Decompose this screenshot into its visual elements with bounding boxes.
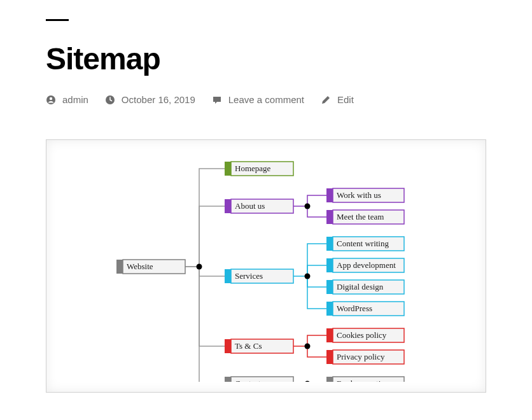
connector-dot — [305, 274, 311, 279]
edit-meta: Edit — [321, 94, 354, 105]
comment-meta: Leave a comment — [212, 94, 304, 105]
svg-text:Website: Website — [127, 262, 153, 271]
diagram-svg: HomepageWork with usMeet the teamAbout u… — [46, 151, 486, 382]
node-work-with-us: Work with us — [326, 188, 404, 202]
svg-text:Work with us: Work with us — [337, 190, 381, 200]
svg-rect-33 — [326, 350, 333, 364]
connector-dot — [197, 264, 202, 270]
connector-line — [307, 195, 326, 206]
svg-text:Contact us: Contact us — [235, 379, 270, 382]
svg-text:Book a meeting: Book a meeting — [337, 379, 389, 382]
svg-rect-24 — [326, 302, 333, 316]
svg-text:WordPress: WordPress — [337, 304, 372, 313]
node-website: Website — [116, 260, 185, 274]
comment-icon — [212, 95, 222, 105]
sitemap-diagram: HomepageWork with usMeet the teamAbout u… — [46, 139, 486, 393]
svg-rect-9 — [326, 210, 333, 224]
connector-line — [307, 265, 326, 276]
comment-link[interactable]: Leave a comment — [228, 94, 304, 105]
connector-dot — [305, 381, 311, 382]
author-meta: admin — [46, 94, 88, 105]
svg-rect-45 — [116, 260, 123, 274]
connector-line — [307, 276, 326, 287]
connector-line — [307, 276, 326, 309]
connector-line — [199, 267, 225, 276]
node-ts-cs: Ts & Cs — [225, 339, 293, 353]
connector-dot — [305, 344, 311, 349]
edit-link[interactable]: Edit — [337, 94, 354, 105]
node-homepage: Homepage — [225, 162, 293, 176]
svg-rect-15 — [326, 237, 333, 251]
node-about-us: About us — [225, 199, 293, 213]
svg-rect-6 — [326, 188, 333, 202]
date-meta: October 16, 2019 — [105, 94, 195, 105]
connector-line — [199, 169, 225, 267]
svg-rect-30 — [326, 328, 333, 342]
connector-line — [307, 244, 326, 276]
node-services: Services — [225, 269, 293, 283]
svg-text:Meet the team: Meet the team — [337, 212, 384, 221]
connector-line — [307, 335, 326, 346]
node-book-a-meeting: Book a meeting — [326, 377, 404, 382]
node-meet-the-team: Meet the team — [326, 210, 404, 224]
svg-text:Privacy policy: Privacy policy — [337, 352, 385, 361]
svg-text:Content writing: Content writing — [337, 239, 389, 248]
clock-icon — [105, 95, 115, 105]
svg-rect-39 — [326, 377, 333, 382]
date-link[interactable]: October 16, 2019 — [122, 94, 195, 105]
connector-line — [199, 267, 225, 382]
node-content-writing: Content writing — [326, 237, 404, 251]
node-app-development: App development — [326, 258, 404, 272]
node-cookies-policy: Cookies policy — [326, 328, 404, 342]
connector-line — [307, 206, 326, 217]
svg-text:About us: About us — [235, 201, 265, 211]
node-digital-design: Digital design — [326, 280, 404, 294]
svg-text:Digital design: Digital design — [337, 282, 384, 291]
post-meta: admin October 16, 2019 Leave a comment E… — [46, 94, 486, 105]
svg-rect-18 — [326, 258, 333, 272]
svg-rect-27 — [225, 269, 231, 283]
svg-rect-3 — [225, 162, 231, 176]
pencil-icon — [321, 95, 331, 105]
svg-rect-36 — [225, 339, 231, 353]
author-link[interactable]: admin — [62, 94, 88, 105]
node-contact-us: Contact us — [225, 377, 293, 382]
page-title: Sitemap — [46, 41, 486, 76]
svg-rect-42 — [225, 377, 231, 382]
svg-text:Services: Services — [235, 271, 263, 281]
svg-text:App development: App development — [337, 260, 396, 270]
svg-text:Cookies policy: Cookies policy — [337, 330, 387, 340]
svg-rect-21 — [326, 280, 333, 294]
connector-line — [307, 346, 326, 357]
title-divider — [46, 19, 69, 21]
connector-dot — [305, 204, 311, 209]
user-icon — [46, 95, 56, 105]
svg-text:Homepage: Homepage — [235, 164, 271, 173]
svg-rect-12 — [225, 199, 231, 213]
connector-line — [199, 206, 225, 267]
node-privacy-policy: Privacy policy — [326, 350, 404, 364]
svg-point-1 — [50, 97, 52, 99]
connector-line — [199, 267, 225, 346]
svg-text:Ts & Cs: Ts & Cs — [235, 341, 262, 351]
node-wordpress: WordPress — [326, 302, 404, 316]
